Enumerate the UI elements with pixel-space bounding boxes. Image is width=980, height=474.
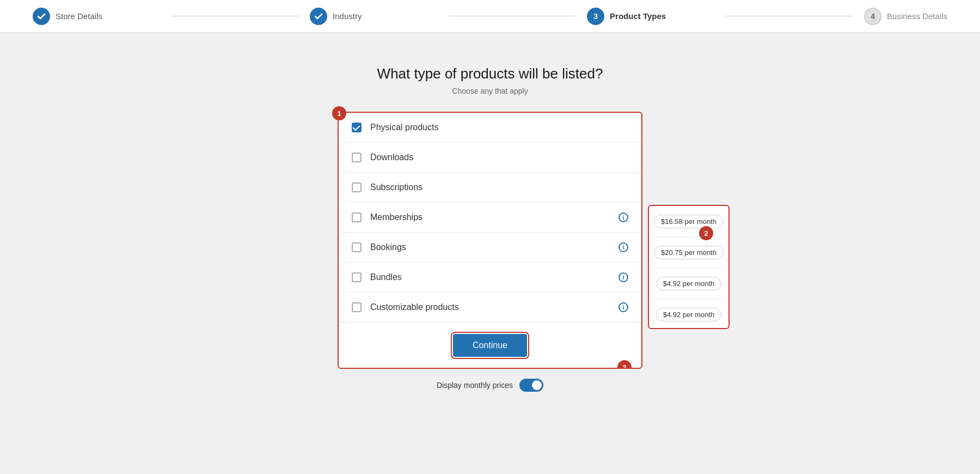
- badge-3: 3: [617, 360, 632, 369]
- price-panel: $16.58 per month $20.75 per month $4.92 …: [648, 205, 730, 329]
- toggle-label: Display monthly prices: [437, 381, 513, 390]
- price-memberships: $16.58 per month: [654, 215, 724, 228]
- stepper-item-business-details: 4 Business Details: [864, 8, 947, 25]
- price-bundles: $4.92 per month: [656, 277, 722, 290]
- continue-button[interactable]: Continue: [453, 334, 527, 357]
- info-icon-bookings[interactable]: i: [618, 242, 628, 252]
- checkbox-customizable[interactable]: [352, 302, 362, 312]
- stepper-item-store-details: Store Details: [33, 8, 161, 25]
- item-label-customizable: Customizable products: [370, 302, 610, 312]
- list-item-physical[interactable]: Physical products: [339, 113, 641, 143]
- price-row-bundles: $4.92 per month: [649, 268, 728, 299]
- price-row-memberships: $16.58 per month: [649, 206, 728, 237]
- checkbox-memberships[interactable]: [352, 212, 362, 222]
- page-subtitle: Choose any that apply: [452, 87, 528, 95]
- continue-area: Continue 3: [339, 323, 641, 368]
- item-label-physical: Physical products: [370, 123, 628, 132]
- item-label-bundles: Bundles: [370, 272, 610, 282]
- monthly-prices-toggle[interactable]: [519, 379, 543, 392]
- step-label-product-types: Product Types: [610, 11, 666, 21]
- info-icon-bundles[interactable]: i: [618, 272, 628, 282]
- page-title: What type of products will be listed?: [377, 65, 603, 82]
- step-icon-business-details: 4: [864, 8, 881, 25]
- checkbox-physical[interactable]: [352, 123, 362, 132]
- list-item-memberships[interactable]: Memberships i: [339, 203, 641, 233]
- item-label-memberships: Memberships: [370, 212, 610, 222]
- checkbox-subscriptions[interactable]: [352, 183, 362, 192]
- checkbox-bookings[interactable]: [352, 242, 362, 252]
- main-content: What type of products will be listed? Ch…: [0, 33, 980, 392]
- stepper-sep-2: [449, 16, 577, 16]
- step-icon-store-details: [33, 8, 50, 25]
- list-item-downloads[interactable]: Downloads: [339, 143, 641, 173]
- checkbox-downloads[interactable]: [352, 153, 362, 162]
- item-label-subscriptions: Subscriptions: [370, 183, 628, 192]
- stepper-sep-3: [726, 16, 854, 16]
- list-item-customizable[interactable]: Customizable products i: [339, 293, 641, 323]
- step-label-industry: Industry: [333, 11, 362, 21]
- price-customizable: $4.92 per month: [656, 308, 722, 321]
- checkbox-bundles[interactable]: [352, 272, 362, 282]
- price-bookings: $20.75 per month: [654, 246, 724, 259]
- item-label-bookings: Bookings: [370, 242, 610, 252]
- stepper-sep-1: [171, 16, 299, 16]
- step-icon-product-types: 3: [587, 8, 604, 25]
- step-label-business-details: Business Details: [887, 11, 947, 21]
- info-icon-customizable[interactable]: i: [618, 302, 628, 312]
- product-card: Physical products Downloads Subscription…: [338, 112, 642, 369]
- stepper: Store Details Industry 3 Product Types 4…: [0, 0, 980, 33]
- display-toggle-row: Display monthly prices: [338, 379, 642, 392]
- step-label-store-details: Store Details: [56, 11, 102, 21]
- list-item-subscriptions[interactable]: Subscriptions: [339, 173, 641, 203]
- stepper-item-product-types: 3 Product Types: [587, 8, 715, 25]
- badge-1: 1: [332, 106, 346, 120]
- step-icon-industry: [310, 8, 327, 25]
- stepper-item-industry: Industry: [310, 8, 438, 25]
- price-row-customizable: $4.92 per month: [649, 299, 728, 329]
- card-wrapper: 1 2 $16.58 per month $20.75 per month $4…: [338, 112, 642, 392]
- price-row-bookings: $20.75 per month: [649, 237, 728, 268]
- badge-2: 2: [699, 226, 713, 240]
- item-label-downloads: Downloads: [370, 153, 628, 162]
- list-item-bundles[interactable]: Bundles i: [339, 263, 641, 293]
- info-icon-memberships[interactable]: i: [618, 212, 628, 222]
- list-item-bookings[interactable]: Bookings i: [339, 233, 641, 263]
